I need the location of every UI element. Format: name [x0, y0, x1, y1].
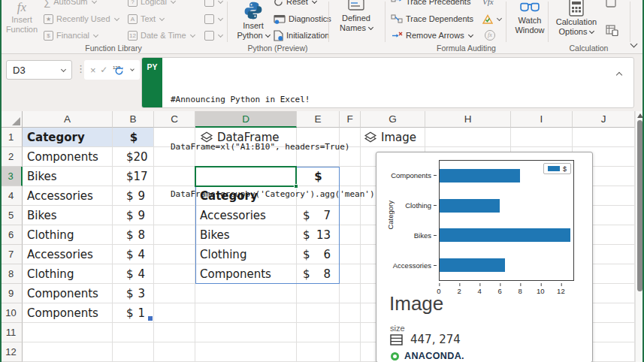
select-all-corner[interactable]: [0, 111, 23, 128]
cell-B6[interactable]: $8: [113, 225, 154, 245]
cell-A8[interactable]: Clothing: [23, 264, 112, 284]
cell-D8[interactable]: Components: [196, 264, 296, 284]
row-header-3[interactable]: 3: [0, 167, 23, 186]
enter-icon[interactable]: ✓: [100, 65, 107, 75]
cell-B4[interactable]: $9: [113, 186, 154, 206]
chart-x-axis-ticks: 0 2 4 6 8 10 12: [439, 284, 574, 293]
cell-A10[interactable]: Components: [23, 303, 112, 323]
row-header-8[interactable]: 8: [0, 264, 23, 284]
formula-bar-collapse-chevron[interactable]: [615, 67, 624, 74]
row-header-12[interactable]: 12: [0, 342, 23, 362]
gridline: [112, 128, 113, 362]
trace-dependents-button[interactable]: Trace Dependents: [391, 11, 473, 26]
formula-input[interactable]: PY #Announcing Python in Excel! DataFram…: [141, 57, 634, 108]
column-header-B[interactable]: B: [113, 111, 154, 128]
insert-function-button[interactable]: fx Insert Function: [5, 0, 39, 44]
logical-button[interactable]: ? Logical: [128, 0, 175, 9]
watch-window-button[interactable]: Watch Window: [509, 0, 550, 44]
scrollbar-thumb[interactable]: [637, 120, 642, 291]
cell-B7[interactable]: $4: [113, 245, 154, 264]
chevron-down-icon: [368, 25, 373, 30]
row-header-5[interactable]: 5: [0, 206, 23, 225]
cell-value: 4: [138, 267, 145, 281]
referenced-range-corner-handle[interactable]: [148, 316, 153, 321]
cell-D7[interactable]: Clothing: [196, 245, 296, 264]
image-detail-heading: Image: [389, 292, 443, 315]
text-button[interactable]: A Text: [128, 11, 164, 26]
trace-dependents-icon: [391, 14, 403, 23]
cell-value: 17: [134, 170, 148, 183]
financial-icon: $: [44, 31, 53, 41]
code-line: #Announcing Python in Excel!: [171, 92, 611, 107]
initialization-button[interactable]: Initialization: [274, 28, 329, 43]
cell-value: 4: [138, 248, 145, 261]
cell-value: 8: [323, 267, 331, 281]
chevron-down-icon: [159, 15, 165, 20]
insert-python-button[interactable]: Insert Python: [234, 0, 272, 44]
cell-B1[interactable]: $: [113, 128, 154, 147]
formula-code[interactable]: #Announcing Python in Excel! DataFrame=x…: [171, 60, 611, 234]
row-header-2[interactable]: 2: [0, 147, 23, 167]
insert-function-icon: fx: [5, 0, 39, 15]
date-time-button[interactable]: 12 Date & Time: [128, 28, 195, 43]
cell-A2[interactable]: Components: [23, 147, 112, 167]
cell-A4[interactable]: Accessories: [23, 186, 112, 206]
financial-button[interactable]: $ Financial: [44, 28, 98, 43]
recently-used-button[interactable]: ★ Recently Used: [44, 11, 119, 26]
error-checking-button[interactable]: [482, 11, 501, 26]
cancel-icon[interactable]: ×: [90, 65, 96, 76]
text-icon: A: [128, 14, 138, 24]
reset-button[interactable]: Reset: [274, 0, 316, 9]
trace-precedents-button[interactable]: Trace Precedents: [391, 0, 470, 9]
calculation-options-button[interactable]: Calculation Options: [553, 0, 600, 44]
row-header-6[interactable]: 6: [0, 225, 23, 245]
cell-B2[interactable]: $20: [113, 147, 154, 167]
error-checking-icon: [482, 14, 493, 24]
cell-A5[interactable]: Bikes: [23, 206, 112, 225]
diagnostics-button[interactable]: Diagnostics: [274, 11, 331, 26]
formula-buttons: × ✓ 123: [84, 60, 140, 80]
row-header-11[interactable]: 11: [0, 323, 23, 342]
cell-A6[interactable]: Clothing: [23, 225, 112, 245]
calculate-now-button[interactable]: [606, 0, 616, 9]
group-divider: [385, 2, 385, 42]
cell-A7[interactable]: Accessories: [23, 245, 112, 264]
cell-B5[interactable]: $9: [113, 206, 154, 225]
chevron-down-icon: [171, 0, 176, 4]
defined-names-button[interactable]: Defined Names: [333, 0, 379, 44]
insert-function-123-icon[interactable]: 123: [112, 64, 125, 76]
lookup-reference-button[interactable]: [204, 0, 222, 9]
row-header-1[interactable]: 1: [0, 128, 23, 147]
chevron-down-icon[interactable]: [130, 67, 135, 71]
row-header-10[interactable]: 10: [0, 303, 23, 323]
cell-A9[interactable]: Components: [23, 284, 112, 303]
recently-used-icon: ★: [44, 14, 53, 24]
chevron-down-icon: [265, 32, 271, 38]
more-functions-button[interactable]: [204, 28, 222, 43]
cell-value: 3: [138, 287, 145, 300]
name-box[interactable]: D3: [6, 60, 72, 80]
math-trig-button[interactable]: [204, 11, 222, 26]
cell-B8[interactable]: $4: [113, 264, 154, 284]
cell-E7[interactable]: $6: [298, 245, 339, 264]
cell-E8[interactable]: $8: [298, 264, 339, 284]
currency-symbol: $: [303, 248, 310, 261]
cell-A3[interactable]: Bikes: [23, 167, 112, 186]
show-formulas-button[interactable]: Vfx: [482, 0, 494, 9]
code-line: DataFrame=xl("A1:B10", headers=True): [171, 139, 611, 155]
cell-B9[interactable]: $3: [113, 284, 154, 303]
cell-value: 8: [138, 228, 145, 242]
row-header-4[interactable]: 4: [0, 186, 23, 206]
cell-A1[interactable]: Category: [23, 128, 112, 147]
cell-B3[interactable]: $17: [113, 167, 154, 186]
calculate-sheet-button[interactable]: [606, 23, 618, 38]
row-header-9[interactable]: 9: [0, 284, 23, 303]
column-header-A[interactable]: A: [23, 111, 113, 128]
remove-arrows-button[interactable]: Remove Arrows: [391, 28, 473, 43]
evaluate-formula-button[interactable]: fx: [485, 28, 495, 43]
code-line: DataFrame.groupby('Category').agg('mean'…: [171, 186, 611, 202]
autosum-button[interactable]: ∑ AutoSum: [44, 0, 96, 9]
formula-auditing-group-label: Formula Auditing: [385, 44, 548, 53]
row-header-7[interactable]: 7: [0, 245, 23, 264]
ribbon-collapse-chevron[interactable]: [630, 36, 640, 47]
